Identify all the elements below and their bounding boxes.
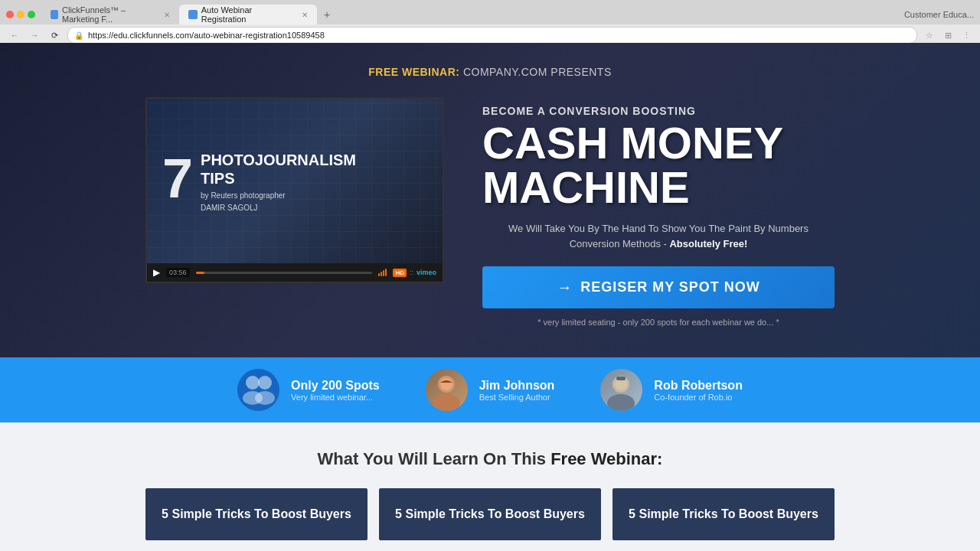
url-text: https://edu.clickfunnels.com/auto-webina…	[88, 31, 325, 40]
company-label: COMPANY.COM PRESENTS	[463, 66, 612, 78]
vimeo-logo: vimeo	[416, 269, 436, 276]
minimize-window-button[interactable]	[17, 11, 24, 18]
tab-auto-webinar[interactable]: Auto Webinar Registration ✕	[179, 5, 317, 24]
learn-card-1[interactable]: 5 Simple Tricks To Boost Buyers	[145, 488, 368, 540]
maximize-window-button[interactable]	[28, 11, 35, 18]
hero-right: BECOME A CONVERSION BOOSTING CASH MONEY …	[482, 97, 835, 327]
learn-title-normal: What You Will Learn On This	[318, 449, 551, 468]
cta-button[interactable]: → REGISER MY SPOT NOW	[482, 266, 835, 308]
progress-fill	[196, 272, 205, 274]
speaker-info-jim: Jim Johnson Best Selling Author	[479, 379, 555, 402]
secure-lock-icon: 🔒	[74, 31, 83, 40]
tab-close-icon[interactable]: ✕	[164, 11, 170, 19]
menu-icon[interactable]: ⋮	[959, 28, 974, 43]
limited-seats-text: * very limited seating - only 200 spots …	[482, 318, 835, 327]
jim-avatar-svg	[426, 369, 468, 411]
group-avatar-svg	[237, 369, 279, 411]
tab-favicon	[51, 10, 58, 19]
rob-avatar-svg	[600, 369, 642, 411]
reload-button[interactable]: ⟳	[46, 27, 63, 44]
speaker-avatar-jim	[426, 369, 468, 411]
webinar-label: FREE WEBINAR: COMPANY.COM PRESENTS	[368, 66, 612, 78]
customer-edu-label: Customer Educa...	[904, 10, 974, 19]
bookmark-icon[interactable]: ☆	[922, 28, 937, 43]
speaker-avatar-rob	[600, 369, 642, 411]
svg-point-3	[255, 391, 275, 405]
back-button[interactable]: ←	[6, 27, 23, 44]
browser-chrome: ClickFunnels™ – Marketing F... ✕ Auto We…	[0, 0, 980, 43]
svg-point-6	[440, 378, 452, 390]
video-thumbnail[interactable]: 7 PHOTOJOURNALISM TIPS by Reuters photog…	[147, 99, 443, 263]
body-text: We Will Take You By The Hand To Show You…	[482, 221, 835, 251]
browser-actions: ☆ ⊞ ⋮	[922, 28, 974, 43]
speaker-name-spots: Only 200 Spots	[291, 379, 380, 393]
learn-cards: 5 Simple Tricks To Boost Buyers 5 Simple…	[145, 488, 835, 540]
traffic-lights	[6, 11, 35, 18]
tab-label: ClickFunnels™ – Marketing F...	[62, 5, 159, 24]
speaker-item-jim: Jim Johnson Best Selling Author	[426, 369, 555, 411]
hd-badge: HD	[393, 269, 407, 277]
body-text-normal: We Will Take You By The Hand To Show You…	[508, 223, 808, 249]
video-controls: ▶ 03:56 HD :: vimeo	[147, 263, 443, 282]
speaker-item-spots: Only 200 Spots Very limited webinar...	[237, 369, 380, 411]
vol-bar-2	[381, 272, 382, 276]
video-container: 7 PHOTOJOURNALISM TIPS by Reuters photog…	[145, 97, 444, 283]
page-content: FREE WEBINAR: COMPANY.COM PRESENTS 7 PHO…	[0, 43, 980, 551]
tab-close-active-icon[interactable]: ✕	[302, 11, 308, 19]
speaker-name-jim: Jim Johnson	[479, 379, 555, 393]
close-window-button[interactable]	[6, 11, 14, 18]
vol-bar-3	[383, 270, 384, 276]
free-label: FREE WEBINAR:	[368, 66, 459, 78]
learn-title: What You Will Learn On This Free Webinar…	[318, 449, 663, 469]
tab-clickfunnels[interactable]: ClickFunnels™ – Marketing F... ✕	[41, 5, 179, 24]
speaker-title-rob: Co-founder of Rob.io	[654, 393, 743, 402]
speaker-info-spots: Only 200 Spots Very limited webinar...	[291, 379, 380, 402]
learn-card-1-label: 5 Simple Tricks To Boost Buyers	[162, 507, 351, 521]
cta-label: REGISER MY SPOT NOW	[580, 279, 760, 295]
new-tab-button[interactable]: +	[317, 5, 337, 24]
headline: CASH MONEY MACHINE	[482, 121, 835, 210]
svg-point-0	[246, 376, 260, 390]
cta-arrow-icon: →	[557, 279, 573, 296]
video-photographer: DAMIR SAGOLJ	[201, 204, 356, 212]
learn-section: What You Will Learn On This Free Webinar…	[0, 422, 980, 551]
svg-point-2	[258, 376, 272, 390]
play-button[interactable]: ▶	[153, 267, 160, 278]
forward-button[interactable]: →	[26, 27, 43, 44]
progress-bar[interactable]	[196, 272, 373, 274]
hero-section: FREE WEBINAR: COMPANY.COM PRESENTS 7 PHO…	[0, 43, 980, 357]
nav-buttons: ← → ⟳	[6, 27, 63, 44]
video-number: 7	[162, 151, 193, 206]
speaker-title-jim: Best Selling Author	[479, 393, 555, 402]
learn-card-2-label: 5 Simple Tricks To Boost Buyers	[395, 507, 585, 521]
become-text: BECOME A CONVERSION BOOSTING	[482, 105, 835, 117]
svg-point-5	[433, 394, 460, 411]
svg-rect-10	[616, 377, 626, 380]
headline-line1: CASH MONEY	[482, 121, 835, 165]
svg-point-8	[607, 394, 635, 411]
video-byline: by Reuters photographer	[201, 191, 356, 200]
learn-card-3-label: 5 Simple Tricks To Boost Buyers	[629, 507, 818, 521]
extensions-icon[interactable]: ⊞	[940, 28, 956, 43]
volume-bars	[378, 269, 387, 276]
speakers-bar: Only 200 Spots Very limited webinar... J…	[0, 357, 980, 422]
speaker-info-rob: Rob Robertson Co-founder of Rob.io	[654, 379, 743, 402]
tab-label-active: Auto Webinar Registration	[201, 5, 297, 24]
tab-bar: ClickFunnels™ – Marketing F... ✕ Auto We…	[0, 0, 980, 24]
learn-card-2[interactable]: 5 Simple Tricks To Boost Buyers	[379, 488, 601, 540]
separator-icon: ::	[410, 269, 413, 276]
body-text-bold: Absolutely Free!	[669, 238, 747, 249]
learn-card-3[interactable]: 5 Simple Tricks To Boost Buyers	[612, 488, 835, 540]
speaker-avatar-group	[237, 369, 279, 411]
video-subtitle: TIPS	[201, 169, 356, 187]
speaker-title-spots: Very limited webinar...	[291, 393, 380, 402]
learn-title-bold: Free Webinar:	[550, 449, 662, 468]
video-time: 03:56	[166, 268, 190, 277]
headline-line2: MACHINE	[482, 165, 835, 210]
vol-bar-1	[378, 273, 380, 276]
hero-main: 7 PHOTOJOURNALISM TIPS by Reuters photog…	[145, 97, 835, 327]
address-bar[interactable]: 🔒 https://edu.clickfunnels.com/auto-webi…	[67, 27, 917, 44]
video-title: PHOTOJOURNALISM	[201, 151, 356, 169]
video-overlay-text: 7 PHOTOJOURNALISM TIPS by Reuters photog…	[147, 99, 443, 263]
speaker-name-rob: Rob Robertson	[654, 379, 743, 393]
